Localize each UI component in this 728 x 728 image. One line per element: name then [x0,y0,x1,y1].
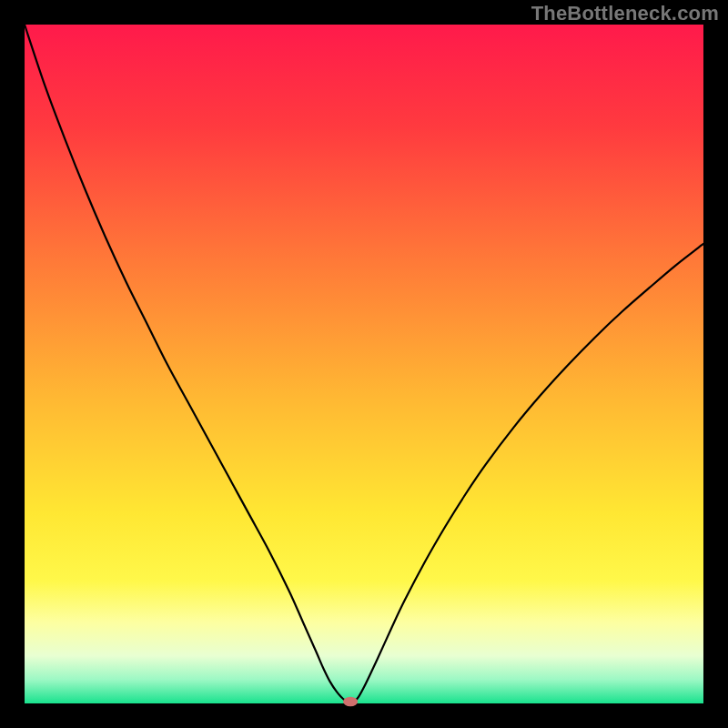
optimal-point-marker [343,697,358,706]
plot-area [25,25,703,703]
watermark-text: TheBottleneck.com [531,2,719,25]
bottleneck-chart [0,0,728,728]
